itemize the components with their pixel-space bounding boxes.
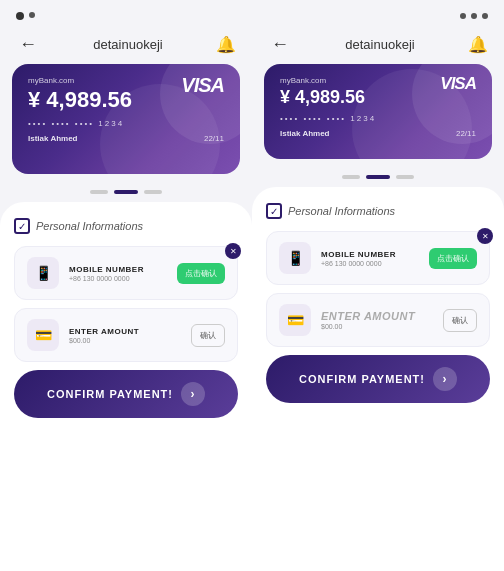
checkbox-right[interactable]: ✓ [266, 203, 282, 219]
confirm-payment-btn-right[interactable]: CONFIRM PAYMENT! › [266, 355, 490, 403]
amount-value-right: $00.00 [321, 323, 433, 330]
bottom-panel-right: ✓ Personal Informations ✕ 📱 MOBILE NUMBE… [252, 187, 504, 571]
card-dot-3-left[interactable] [144, 190, 162, 194]
mobile-confirm-btn-right[interactable]: 点击确认 [429, 248, 477, 269]
mobile-value-right: +86 130 0000 0000 [321, 260, 419, 267]
card-number-left: •••• •••• •••• 1234 [28, 119, 224, 128]
status-bar-right [252, 0, 504, 28]
amount-content-left: ENTER AMOUNT $00.00 [69, 327, 181, 344]
status-dot-2 [29, 12, 35, 18]
card-number-right: •••• •••• •••• 1234 [280, 114, 476, 123]
card-expiry-right: 22/11 [456, 129, 476, 138]
card-dot-1-left[interactable] [90, 190, 108, 194]
back-button-right[interactable]: ← [268, 32, 292, 56]
card-bottom-right: Istiak Ahmed 22/11 [280, 129, 476, 138]
mobile-icon-box-right: 📱 [279, 242, 311, 274]
back-button-left[interactable]: ← [16, 32, 40, 56]
confirm-payment-btn-left[interactable]: CONFIRM PAYMENT! › [14, 370, 238, 418]
btn-arrow-circle-right: › [433, 367, 457, 391]
status-dot-r2 [471, 13, 477, 19]
bell-icon-left[interactable]: 🔔 [216, 35, 236, 54]
status-dot-r3 [482, 13, 488, 19]
mobile-card-right: ✕ 📱 MOBILE NUMBER +86 130 0000 0000 点击确认 [266, 231, 490, 285]
card-dot-3-right[interactable] [396, 175, 414, 179]
mobile-content-right: MOBILE NUMBER +86 130 0000 0000 [321, 250, 419, 267]
card-expiry-left: 22/11 [204, 134, 224, 143]
visa-label-left: VISA [181, 74, 224, 97]
mobile-icon-left: 📱 [35, 265, 52, 281]
card-dot-2-right[interactable] [366, 175, 390, 179]
mobile-value-left: +86 130 0000 0000 [69, 275, 167, 282]
amount-value-left: $00.00 [69, 337, 181, 344]
amount-label-left: ENTER AMOUNT [69, 327, 181, 336]
amount-content-right: ENTER AMOUNT $00.00 [321, 310, 433, 330]
mobile-label-right: MOBILE NUMBER [321, 250, 419, 259]
amount-icon-right: 💳 [287, 312, 304, 328]
mobile-icon-box-left: 📱 [27, 257, 59, 289]
amount-icon-box-left: 💳 [27, 319, 59, 351]
header-title-right: detainuokeji [345, 37, 414, 52]
mobile-card-left: ✕ 📱 MOBILE NUMBER +86 130 0000 0000 点击确认 [14, 246, 238, 300]
section-header-left: ✓ Personal Informations [14, 218, 238, 234]
header-left: ← detainuokeji 🔔 [0, 28, 252, 64]
confirm-payment-label-left: CONFIRM PAYMENT! [47, 388, 173, 400]
right-screen: ← detainuokeji 🔔 myBank.com VISA ¥ 4,989… [252, 0, 504, 571]
status-dot-1 [16, 12, 24, 20]
personal-info-title-left: Personal Informations [36, 220, 143, 232]
card-holder-right: Istiak Ahmed [280, 129, 330, 138]
close-mobile-left[interactable]: ✕ [225, 243, 241, 259]
btn-arrow-circle-left: › [181, 382, 205, 406]
close-mobile-right[interactable]: ✕ [477, 228, 493, 244]
visa-label-right: VISA [440, 74, 476, 94]
card-amount-right: ¥ 4,989.56 [280, 87, 476, 108]
card-holder-left: Istiak Ahmed [28, 134, 78, 143]
card-section-right: myBank.com VISA ¥ 4,989.56 •••• •••• •••… [252, 64, 504, 159]
amount-label-right: ENTER AMOUNT [321, 310, 433, 322]
amount-card-left: 💳 ENTER AMOUNT $00.00 确认 [14, 308, 238, 362]
card-section-left: myBank.com VISA ¥ 4,989.56 •••• •••• •••… [0, 64, 252, 174]
card-dot-1-right[interactable] [342, 175, 360, 179]
amount-card-right: 💳 ENTER AMOUNT $00.00 确认 [266, 293, 490, 347]
amount-icon-box-right: 💳 [279, 304, 311, 336]
header-title-left: detainuokeji [93, 37, 162, 52]
mobile-label-left: MOBILE NUMBER [69, 265, 167, 274]
mobile-content-left: MOBILE NUMBER +86 130 0000 0000 [69, 265, 167, 282]
card-dots-left [0, 190, 252, 194]
checkbox-left[interactable]: ✓ [14, 218, 30, 234]
header-right: ← detainuokeji 🔔 [252, 28, 504, 64]
back-arrow-icon-right: ← [271, 34, 289, 55]
left-screen: ← detainuokeji 🔔 myBank.com VISA ¥ 4,989… [0, 0, 252, 571]
status-bar-left [0, 0, 252, 28]
bottom-panel-left: ✓ Personal Informations ✕ 📱 MOBILE NUMBE… [0, 202, 252, 571]
bank-card-left: myBank.com VISA ¥ 4,989.56 •••• •••• •••… [12, 64, 240, 174]
status-dot-r1 [460, 13, 466, 19]
status-dots-right [460, 13, 488, 19]
mobile-icon-right: 📱 [287, 250, 304, 266]
amount-confirm-btn-right[interactable]: 确认 [443, 309, 477, 332]
card-dots-right [252, 175, 504, 179]
bank-card-right: myBank.com VISA ¥ 4,989.56 •••• •••• •••… [264, 64, 492, 159]
bell-icon-right[interactable]: 🔔 [468, 35, 488, 54]
card-bottom-left: Istiak Ahmed 22/11 [28, 134, 224, 143]
section-header-right: ✓ Personal Informations [266, 203, 490, 219]
status-dots-left [16, 12, 35, 20]
mobile-confirm-btn-left[interactable]: 点击确认 [177, 263, 225, 284]
confirm-payment-label-right: CONFIRM PAYMENT! [299, 373, 425, 385]
personal-info-title-right: Personal Informations [288, 205, 395, 217]
amount-confirm-btn-left[interactable]: 确认 [191, 324, 225, 347]
back-arrow-icon: ← [19, 34, 37, 55]
card-dot-2-left[interactable] [114, 190, 138, 194]
amount-icon-left: 💳 [35, 327, 52, 343]
